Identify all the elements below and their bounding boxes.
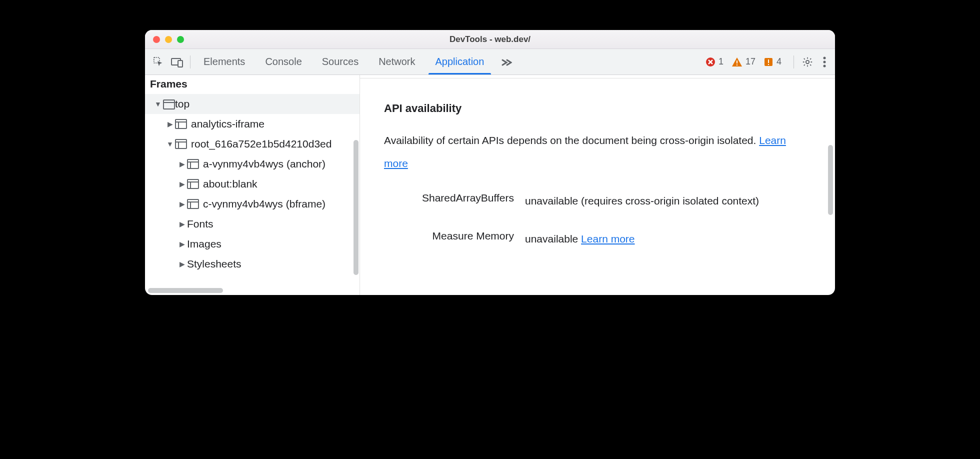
svg-rect-4	[736, 60, 738, 64]
api-value-note: (requires cross-origin isolated context)	[581, 195, 759, 206]
tree-item[interactable]: Images	[145, 234, 360, 254]
frame-icon	[175, 139, 187, 149]
tree-item[interactable]: analytics-iframe	[145, 114, 360, 134]
chevron-right-icon[interactable]	[178, 260, 186, 268]
divider	[190, 56, 190, 68]
tree-item[interactable]: c-vynmy4vb4wys (bframe)	[145, 194, 360, 214]
tree-item-label: top	[175, 98, 190, 110]
issues-icon	[764, 57, 774, 67]
traffic-lights	[145, 36, 184, 43]
tab-console[interactable]: Console	[255, 49, 312, 74]
device-toolbar-icon[interactable]	[171, 56, 183, 68]
warning-count: 17	[746, 56, 756, 67]
desc-text: Availability of certain APIs depends on …	[384, 134, 759, 146]
api-value-text: unavailable	[525, 233, 578, 244]
api-row-value: unavailable Learn more	[525, 228, 811, 250]
svg-rect-5	[736, 64, 738, 66]
frame-icon	[187, 179, 199, 189]
sidebar-section-header: Frames	[145, 75, 360, 94]
chevron-down-icon[interactable]	[154, 100, 162, 108]
titlebar: DevTools - web.dev/	[145, 30, 835, 49]
svg-rect-7	[768, 60, 769, 63]
svg-rect-15	[176, 120, 186, 128]
svg-rect-21	[188, 160, 198, 168]
sidebar-vertical-scrollbar[interactable]	[354, 140, 358, 275]
svg-point-10	[824, 57, 826, 60]
more-tabs-icon[interactable]	[494, 56, 519, 68]
api-row-value: unavailable (requires cross-origin isola…	[525, 190, 811, 212]
frames-tree: topanalytics-iframeroot_616a752e1b5d4210…	[145, 94, 360, 274]
error-icon	[706, 57, 716, 67]
divider	[794, 56, 794, 68]
svg-rect-27	[188, 200, 198, 208]
tab-application[interactable]: Application	[426, 49, 494, 74]
sidebar-horizontal-scrollbar[interactable]	[148, 288, 223, 293]
chevron-right-icon[interactable]	[178, 240, 186, 248]
tree-item[interactable]: top	[145, 94, 360, 114]
tree-item[interactable]: Stylesheets	[145, 254, 360, 274]
close-icon[interactable]	[153, 36, 160, 43]
chevron-down-icon[interactable]	[166, 140, 174, 148]
devtools-window: DevTools - web.dev/ Elements Console Sou…	[145, 30, 835, 295]
svg-rect-2	[178, 60, 182, 67]
chevron-right-icon[interactable]	[178, 200, 186, 208]
svg-rect-18	[176, 140, 186, 148]
svg-rect-13	[164, 100, 174, 109]
panel-tabs: Elements Console Sources Network Applica…	[194, 49, 494, 74]
api-availability-description: Availability of certain APIs depends on …	[384, 129, 811, 175]
tree-item[interactable]: a-vynmy4vb4wys (anchor)	[145, 154, 360, 174]
error-count: 1	[718, 56, 724, 67]
svg-rect-8	[768, 64, 769, 65]
frame-icon	[187, 159, 199, 169]
api-availability-heading: API availability	[384, 100, 811, 117]
warning-icon	[732, 57, 742, 67]
api-table: SharedArrayBuffersunavailable (requires …	[384, 190, 811, 250]
window-title: DevTools - web.dev/	[145, 34, 835, 44]
api-row-label: SharedArrayBuffers	[384, 190, 514, 212]
tree-item-label: a-vynmy4vb4wys (anchor)	[203, 158, 326, 170]
svg-point-11	[824, 61, 826, 64]
frame-icon	[187, 199, 199, 209]
minimize-icon[interactable]	[165, 36, 172, 43]
chevron-right-icon[interactable]	[166, 120, 174, 128]
inspect-element-icon[interactable]	[153, 56, 164, 68]
zoom-icon[interactable]	[177, 36, 184, 43]
toolbar: Elements Console Sources Network Applica…	[145, 49, 835, 75]
main-vertical-scrollbar[interactable]	[828, 145, 833, 215]
api-value-text: unavailable	[525, 195, 578, 206]
tree-item-label: Fonts	[187, 218, 214, 230]
tree-item-label: analytics-iframe	[191, 118, 264, 130]
api-row-label: Measure Memory	[384, 228, 514, 250]
main-panel: API availability Availability of certain…	[360, 75, 835, 295]
tree-item-label: Stylesheets	[187, 258, 242, 270]
frame-icon	[175, 119, 187, 129]
sidebar: Frames topanalytics-iframeroot_616a752e1…	[145, 75, 360, 295]
issues-count: 4	[776, 56, 782, 67]
chevron-right-icon[interactable]	[178, 220, 186, 228]
tab-elements[interactable]: Elements	[194, 49, 255, 74]
svg-point-9	[806, 60, 809, 64]
tree-item-label: about:blank	[203, 178, 258, 190]
tree-item-label: root_616a752e1b5d4210d3ed	[191, 138, 332, 150]
chevron-right-icon[interactable]	[178, 160, 186, 168]
gear-icon[interactable]	[797, 56, 818, 68]
window-icon	[163, 98, 175, 110]
chevron-right-icon[interactable]	[178, 180, 186, 188]
svg-point-12	[824, 65, 826, 68]
tree-item-label: c-vynmy4vb4wys (bframe)	[203, 198, 326, 210]
tree-item-label: Images	[187, 238, 222, 250]
tree-item[interactable]: root_616a752e1b5d4210d3ed	[145, 134, 360, 154]
tree-item[interactable]: about:blank	[145, 174, 360, 194]
content: Frames topanalytics-iframeroot_616a752e1…	[145, 75, 835, 295]
tab-network[interactable]: Network	[368, 49, 425, 74]
tree-item[interactable]: Fonts	[145, 214, 360, 234]
tab-sources[interactable]: Sources	[312, 49, 368, 74]
svg-rect-24	[188, 180, 198, 188]
learn-more-link[interactable]: Learn more	[581, 233, 634, 244]
kebab-menu-icon[interactable]	[818, 56, 831, 68]
console-status[interactable]: 1 17 4	[706, 56, 790, 67]
